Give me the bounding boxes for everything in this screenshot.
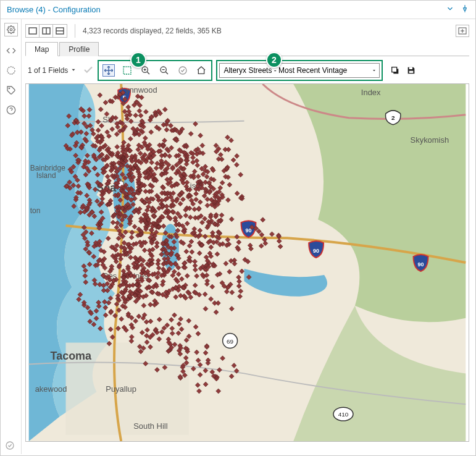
pan-icon[interactable] bbox=[102, 64, 115, 77]
svg-marker-12 bbox=[72, 69, 75, 71]
collapse-icon[interactable] bbox=[446, 4, 454, 15]
svg-text:69: 69 bbox=[227, 338, 234, 345]
window-header: Browse (4) - Configuration bbox=[1, 1, 475, 19]
add-field-button[interactable] bbox=[456, 25, 469, 37]
window-title: Browse (4) - Configuration bbox=[7, 5, 101, 14]
map-canvas[interactable]: 5 90 90 90 2 bbox=[25, 83, 469, 442]
fields-label: 1 of 1 Fields bbox=[28, 66, 68, 75]
label-puyallup: Puyallup bbox=[106, 384, 136, 394]
svg-text:2: 2 bbox=[391, 114, 395, 121]
tab-map[interactable]: Map bbox=[25, 42, 58, 56]
basemap-selected-label: Alteryx Streets - Most Recent Vintage bbox=[223, 66, 347, 75]
view-single-icon[interactable] bbox=[26, 25, 40, 37]
help-icon[interactable] bbox=[6, 104, 17, 116]
svg-rect-26 bbox=[409, 71, 414, 73]
copy-icon[interactable] bbox=[389, 64, 401, 77]
svg-rect-4 bbox=[29, 28, 36, 34]
zoom-out-icon[interactable] bbox=[158, 64, 170, 77]
view-split-v-icon[interactable] bbox=[40, 25, 53, 37]
svg-rect-13 bbox=[123, 67, 131, 74]
svg-text:410: 410 bbox=[338, 411, 349, 418]
left-rail bbox=[1, 19, 22, 454]
map-svg: 5 90 90 90 2 bbox=[26, 84, 469, 441]
chevron-down-icon bbox=[372, 66, 377, 75]
records-displayed-label: 4,323 records displayed, 22 fields, 365 … bbox=[83, 27, 222, 35]
callout-1: 1 bbox=[130, 52, 146, 68]
svg-point-1 bbox=[9, 88, 9, 88]
svg-text:90: 90 bbox=[313, 248, 319, 254]
code-icon[interactable] bbox=[6, 45, 17, 56]
svg-rect-25 bbox=[409, 67, 412, 69]
svg-point-0 bbox=[10, 28, 12, 31]
map-nav-tools-group bbox=[98, 60, 212, 81]
svg-marker-22 bbox=[373, 70, 375, 71]
basemap-dropdown[interactable]: Alteryx Streets - Most Recent Vintage bbox=[219, 63, 380, 78]
svg-point-21 bbox=[179, 67, 186, 74]
callout-2: 2 bbox=[266, 52, 282, 68]
apply-check-icon[interactable] bbox=[83, 64, 94, 77]
gear-icon[interactable] bbox=[4, 23, 18, 36]
label-ton: ton bbox=[30, 206, 41, 215]
label-index: Index bbox=[361, 88, 381, 97]
tag-icon[interactable] bbox=[6, 85, 17, 96]
home-icon[interactable] bbox=[195, 64, 207, 77]
status-check-icon bbox=[5, 441, 15, 452]
label-skykomish: Skykomish bbox=[411, 135, 449, 145]
svg-rect-24 bbox=[392, 67, 397, 72]
refresh-icon[interactable] bbox=[6, 65, 17, 76]
shield-sr69: 69 bbox=[223, 334, 238, 348]
pin-icon[interactable] bbox=[461, 4, 469, 15]
label-tacoma: Tacoma bbox=[51, 350, 92, 362]
label-lynnwood: Lynnwood bbox=[121, 85, 157, 95]
svg-line-19 bbox=[165, 72, 168, 74]
tabs: Map Profile bbox=[25, 41, 469, 56]
label-southhill: South Hill bbox=[133, 421, 167, 431]
top-toolbar: 4,323 records displayed, 22 fields, 365 … bbox=[25, 23, 469, 40]
shield-sr410: 410 bbox=[333, 407, 353, 421]
basemap-group: Alteryx Streets - Most Recent Vintage bbox=[216, 60, 383, 81]
map-toolbar: 1 of 1 Fields bbox=[25, 56, 469, 83]
svg-point-40 bbox=[6, 442, 14, 449]
chevron-down-icon bbox=[70, 66, 77, 75]
divider bbox=[75, 24, 75, 38]
save-icon[interactable] bbox=[405, 64, 417, 77]
fields-dropdown[interactable]: 1 of 1 Fields bbox=[25, 65, 79, 76]
selection-box-icon[interactable] bbox=[121, 64, 133, 77]
svg-text:90: 90 bbox=[418, 261, 424, 268]
clear-selection-icon[interactable] bbox=[177, 64, 189, 77]
label-lakewood: akewood bbox=[35, 384, 67, 394]
tab-profile[interactable]: Profile bbox=[59, 42, 99, 56]
svg-line-15 bbox=[147, 72, 149, 74]
view-split-h-icon[interactable] bbox=[53, 25, 67, 37]
